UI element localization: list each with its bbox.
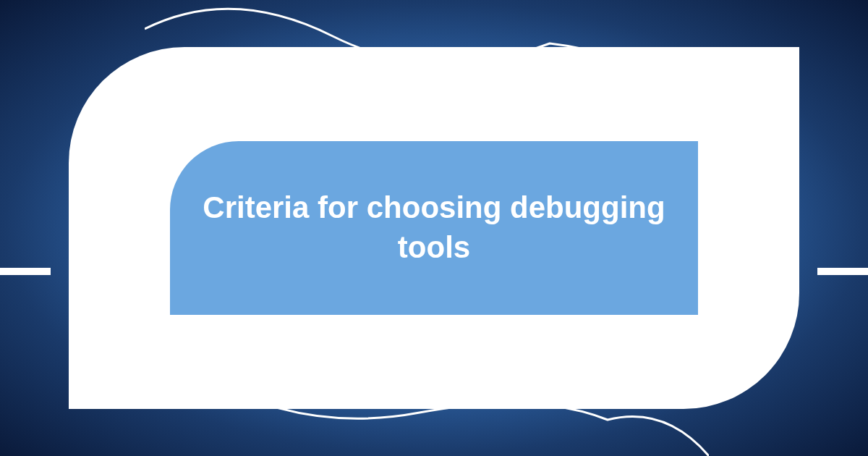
horizontal-accent-right	[817, 268, 868, 275]
page-title: Criteria for choosing debugging tools	[170, 188, 698, 267]
horizontal-accent-left	[0, 268, 51, 275]
inner-title-panel: Criteria for choosing debugging tools	[170, 141, 698, 315]
